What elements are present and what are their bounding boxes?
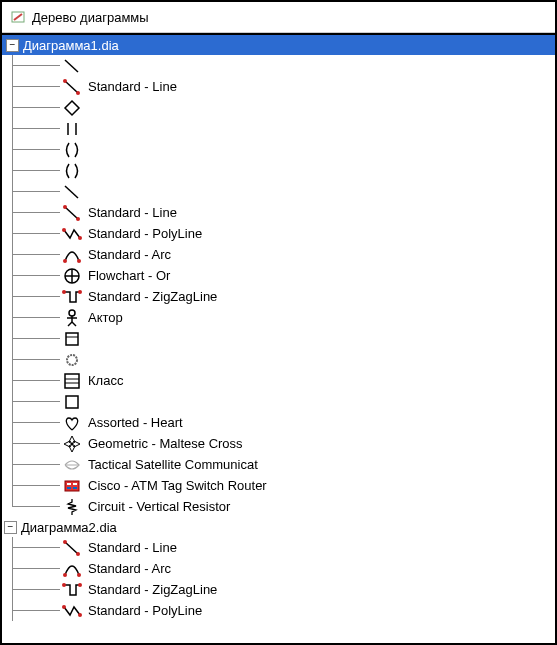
- svg-point-19: [78, 290, 82, 294]
- tree-item-label: Cisco - ATM Tag Switch Router: [88, 478, 267, 493]
- polyline-icon: [62, 601, 82, 621]
- svg-rect-34: [67, 483, 71, 485]
- tree-item[interactable]: [2, 97, 555, 118]
- tree-pane[interactable]: − Диаграмма1.dia Standard - Line: [2, 33, 555, 644]
- tree-item[interactable]: Assorted - Heart: [2, 412, 555, 433]
- tree-connector-icon: [2, 496, 62, 517]
- svg-line-38: [65, 542, 78, 554]
- box-icon: [62, 392, 82, 412]
- svg-point-11: [62, 228, 66, 232]
- tree-connector-icon: [2, 181, 62, 202]
- tree-item[interactable]: Circuit - Vertical Resistor: [2, 496, 555, 517]
- tree-item[interactable]: Tactical Satellite Communicat: [2, 454, 555, 475]
- svg-point-43: [62, 583, 66, 587]
- tree-connector-icon: [2, 454, 62, 475]
- svg-line-8: [65, 207, 78, 219]
- tree-children-diagram2: Standard - Line Standard - Arc Standard …: [2, 537, 555, 621]
- tree-item[interactable]: Standard - Line: [2, 202, 555, 223]
- titlebar: Дерево диаграммы: [2, 2, 555, 33]
- tree-connector-icon: [2, 391, 62, 412]
- line-icon: [62, 182, 82, 202]
- tree-connector-icon: [2, 537, 62, 558]
- svg-point-5: [76, 91, 80, 95]
- tree-connector-icon: [2, 328, 62, 349]
- arc-icon: [62, 559, 82, 579]
- svg-line-3: [65, 81, 78, 93]
- flip-icon: [62, 119, 82, 139]
- tree-item[interactable]: Standard - ZigZagLine: [2, 286, 555, 307]
- tree-item[interactable]: Standard - ZigZagLine: [2, 579, 555, 600]
- tree-connector-icon: [2, 349, 62, 370]
- svg-line-23: [68, 322, 72, 326]
- tree-item-label: Assorted - Heart: [88, 415, 183, 430]
- tree-item[interactable]: Standard - Line: [2, 76, 555, 97]
- expand-toggle-icon[interactable]: −: [4, 521, 17, 534]
- tree-root-label: Диаграмма1.dia: [23, 38, 119, 53]
- tree-item-label: Standard - PolyLine: [88, 226, 202, 241]
- cisco-router-icon: [62, 476, 82, 496]
- tree-connector-icon: [2, 55, 62, 76]
- tree-item[interactable]: [2, 160, 555, 181]
- class-icon: [62, 371, 82, 391]
- svg-rect-36: [67, 487, 71, 489]
- tree-item[interactable]: Класс: [2, 370, 555, 391]
- tree-root-diagram2[interactable]: − Диаграмма2.dia: [2, 517, 555, 537]
- tree-item[interactable]: [2, 55, 555, 76]
- tree-connector-icon: [2, 97, 62, 118]
- svg-point-13: [63, 259, 67, 263]
- tree-item-label: Standard - Line: [88, 79, 177, 94]
- svg-point-12: [78, 236, 82, 240]
- svg-marker-6: [65, 101, 79, 115]
- maltese-cross-icon: [62, 434, 82, 454]
- gear-icon: [62, 350, 82, 370]
- tree-item[interactable]: Geometric - Maltese Cross: [2, 433, 555, 454]
- line-icon: [62, 203, 82, 223]
- tree-item[interactable]: Flowchart - Or: [2, 265, 555, 286]
- diamond-icon: [62, 98, 82, 118]
- zigzag-icon: [62, 287, 82, 307]
- tree-connector-icon: [2, 265, 62, 286]
- tree-item[interactable]: Standard - PolyLine: [2, 223, 555, 244]
- svg-rect-37: [73, 487, 77, 489]
- tree-item[interactable]: Standard - Arc: [2, 558, 555, 579]
- tree-root-diagram1[interactable]: − Диаграмма1.dia: [2, 35, 555, 55]
- tree-connector-icon: [2, 244, 62, 265]
- tree-connector-icon: [2, 307, 62, 328]
- tree-item[interactable]: [2, 328, 555, 349]
- tree-item[interactable]: Standard - Line: [2, 537, 555, 558]
- tree-item-label: Standard - ZigZagLine: [88, 582, 217, 597]
- svg-rect-31: [66, 396, 78, 408]
- svg-point-18: [62, 290, 66, 294]
- tree-item[interactable]: Standard - Arc: [2, 244, 555, 265]
- tree-connector-icon: [2, 370, 62, 391]
- tree-item[interactable]: Cisco - ATM Tag Switch Router: [2, 475, 555, 496]
- tree-item[interactable]: [2, 118, 555, 139]
- arc-icon: [62, 245, 82, 265]
- tree-connector-icon: [2, 76, 62, 97]
- tree-item[interactable]: Актор: [2, 307, 555, 328]
- tree-item-label: Standard - Arc: [88, 561, 171, 576]
- tree-item[interactable]: [2, 139, 555, 160]
- tree-item-label: Geometric - Maltese Cross: [88, 436, 243, 451]
- tree-connector-icon: [2, 118, 62, 139]
- tree-item-label: Circuit - Vertical Resistor: [88, 499, 230, 514]
- svg-point-10: [76, 217, 80, 221]
- svg-point-45: [62, 605, 66, 609]
- tree-item[interactable]: [2, 181, 555, 202]
- tree-connector-icon: [2, 286, 62, 307]
- svg-rect-33: [65, 481, 79, 491]
- svg-rect-28: [65, 374, 79, 388]
- tree-item[interactable]: [2, 391, 555, 412]
- expand-toggle-icon[interactable]: −: [6, 39, 19, 52]
- tree-root-label: Диаграмма2.dia: [21, 520, 117, 535]
- svg-point-4: [63, 79, 67, 83]
- tree-item[interactable]: [2, 349, 555, 370]
- tree-item[interactable]: Standard - PolyLine: [2, 600, 555, 621]
- actor-icon: [62, 308, 82, 328]
- svg-line-2: [65, 60, 78, 72]
- svg-point-27: [67, 355, 77, 365]
- line-icon: [62, 538, 82, 558]
- tree-connector-icon: [2, 223, 62, 244]
- tree-connector-icon: [2, 600, 62, 621]
- tree-item-label: Standard - Line: [88, 205, 177, 220]
